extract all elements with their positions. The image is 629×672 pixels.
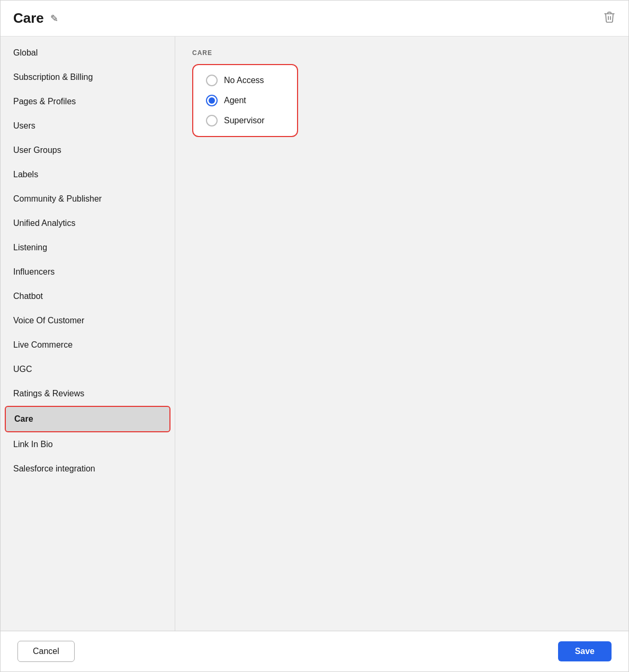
sidebar-item-chatbot[interactable]: Chatbot bbox=[1, 284, 175, 308]
sidebar-item-user-groups[interactable]: User Groups bbox=[1, 138, 175, 162]
svg-rect-0 bbox=[609, 12, 610, 13]
radio-option-agent[interactable]: Agent bbox=[206, 95, 284, 106]
sidebar-item-subscription-billing[interactable]: Subscription & Billing bbox=[1, 65, 175, 89]
sidebar-item-unified-analytics[interactable]: Unified Analytics bbox=[1, 211, 175, 235]
sidebar-item-global[interactable]: Global bbox=[1, 41, 175, 65]
radio-option-supervisor[interactable]: Supervisor bbox=[206, 115, 284, 126]
sidebar-item-users[interactable]: Users bbox=[1, 114, 175, 138]
sidebar-item-live-commerce[interactable]: Live Commerce bbox=[1, 333, 175, 357]
cancel-button[interactable]: Cancel bbox=[17, 641, 75, 662]
sidebar-item-community-publisher[interactable]: Community & Publisher bbox=[1, 187, 175, 211]
header: Care ✎ bbox=[1, 1, 628, 37]
radio-label-agent: Agent bbox=[224, 96, 246, 105]
sidebar-item-pages-profiles[interactable]: Pages & Profiles bbox=[1, 89, 175, 114]
edit-icon[interactable]: ✎ bbox=[50, 13, 58, 24]
sidebar-item-salesforce-integration[interactable]: Salesforce integration bbox=[1, 457, 175, 481]
sidebar: GlobalSubscription & BillingPages & Prof… bbox=[1, 37, 175, 631]
sidebar-item-care[interactable]: Care bbox=[5, 406, 170, 432]
radio-circle-agent bbox=[206, 95, 218, 106]
options-card: No AccessAgentSupervisor bbox=[192, 64, 298, 137]
sidebar-item-ugc[interactable]: UGC bbox=[1, 357, 175, 382]
sidebar-item-link-in-bio[interactable]: Link In Bio bbox=[1, 432, 175, 457]
radio-option-no-access[interactable]: No Access bbox=[206, 75, 284, 86]
section-label: CARE bbox=[192, 49, 612, 57]
radio-circle-supervisor bbox=[206, 115, 218, 126]
sidebar-item-listening[interactable]: Listening bbox=[1, 235, 175, 260]
sidebar-item-labels[interactable]: Labels bbox=[1, 162, 175, 187]
right-panel: CARE No AccessAgentSupervisor bbox=[175, 37, 628, 631]
footer: Cancel Save bbox=[1, 631, 628, 671]
sidebar-item-influencers[interactable]: Influencers bbox=[1, 260, 175, 284]
save-button[interactable]: Save bbox=[558, 641, 612, 661]
radio-circle-no-access bbox=[206, 75, 218, 86]
page-title: Care bbox=[13, 10, 44, 26]
sidebar-item-ratings-reviews[interactable]: Ratings & Reviews bbox=[1, 382, 175, 406]
main-content: GlobalSubscription & BillingPages & Prof… bbox=[1, 37, 628, 631]
radio-label-supervisor: Supervisor bbox=[224, 116, 264, 125]
header-left: Care ✎ bbox=[13, 10, 58, 26]
trash-icon[interactable] bbox=[603, 11, 616, 26]
sidebar-item-voice-of-customer[interactable]: Voice Of Customer bbox=[1, 308, 175, 333]
radio-label-no-access: No Access bbox=[224, 76, 264, 85]
